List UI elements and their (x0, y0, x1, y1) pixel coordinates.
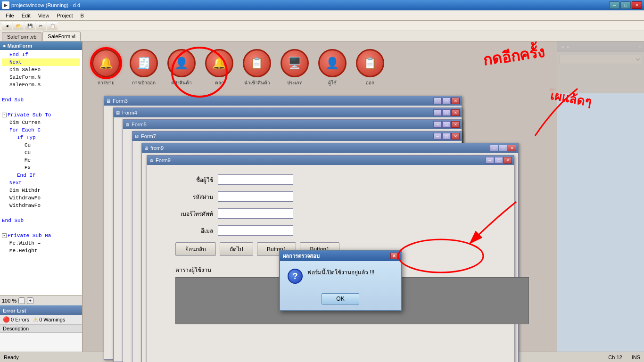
icon-klungsinka: 👤 (167, 49, 196, 77)
tab-saleform-vl[interactable]: SaleForm.vl (42, 32, 81, 41)
icon-kok: 🔔 (205, 49, 233, 77)
toolbar-btn-1[interactable]: ◄ (2, 22, 12, 30)
form7-max[interactable]: □ (442, 133, 451, 140)
code-panel-header: ● MainForm (0, 41, 82, 50)
error-count: 0 Errors (11, 317, 29, 322)
form4-min[interactable]: ─ (433, 109, 442, 116)
menu-bar: File Edit View Project B (0, 10, 644, 21)
icon-prapat: 🖥️ (281, 49, 309, 77)
icon-label-namsinka: นำเข้าสินค้า (244, 79, 270, 86)
toolbar-btn-4[interactable]: ✂ (36, 22, 46, 30)
error-icon: 🔴 (3, 316, 10, 323)
icon-btn-namsinka[interactable]: 📋 นำเข้าสินค้า (243, 49, 271, 86)
menu-project[interactable]: Project (53, 12, 76, 19)
warning-count: 0 Warnings (39, 317, 65, 322)
form3-title: Form3 (113, 98, 128, 104)
maximize-button[interactable]: □ (620, 1, 631, 9)
icon-label-klungsinka: คลังสินค้า (171, 79, 192, 86)
icon-btn-poochai[interactable]: 👤 ผู้ใช้ (318, 49, 347, 86)
form4-max[interactable]: □ (442, 109, 451, 116)
next-keyword: Next (9, 58, 22, 66)
icon-karnberkork: 🧾 (130, 49, 158, 77)
form5-min[interactable]: ─ (433, 121, 442, 128)
right-panel: 🔔 การขาย 🧾 การเบิกออก 👤 คลังสินค้า 🔔 คอก… (83, 41, 644, 362)
icon-btn-prapat[interactable]: 🖥️ ประเภท (281, 49, 309, 86)
form3-min[interactable]: ─ (433, 98, 442, 104)
form3-max[interactable]: □ (442, 98, 451, 104)
toolbar-btn-2[interactable]: 📂 (13, 22, 24, 30)
dialog-titlebar: ผลการตรวจสอบ ✕ (280, 251, 401, 261)
icon-namsinka: 📋 (243, 49, 271, 77)
form4-close[interactable]: ✕ (451, 109, 460, 116)
title-bar: ▶ projectwindow (Running) - d d ─ □ ✕ (0, 0, 644, 10)
minimize-button[interactable]: ─ (609, 1, 619, 9)
warning-icon: ⚠ (33, 316, 38, 323)
code-content: End If Next Dim SaleFo SaleForm.N SaleFo… (0, 50, 82, 255)
form5-title: Form5 (132, 122, 147, 127)
menu-view[interactable]: View (34, 12, 53, 19)
form9-window[interactable]: 🖥 Form9 ─ □ ✕ ชื่อผู้ใช้ (147, 155, 514, 362)
tab-saleform-vb[interactable]: SaleForm.vb (2, 32, 41, 41)
from9-outer-window[interactable]: 🖥 from9 ─ □ ✕ 🖥 Form9 (141, 143, 519, 362)
form5-close[interactable]: ✕ (451, 121, 460, 128)
code-panel: ● MainForm End If Next Dim SaleFo SaleFo… (0, 41, 83, 362)
icon-label-karnkhai: การขาย (98, 79, 115, 86)
icon-btn-klungsinka[interactable]: 👤 คลังสินค้า (167, 49, 196, 86)
dialog-ok-button[interactable]: OK (322, 293, 359, 304)
dialog-content: ? ฟอร์มนี้เปิดใช้งานอยู่แล้ว !!! (280, 261, 401, 289)
title-bar-title: projectwindow (Running) - d d (11, 2, 80, 8)
from9-outer-titlebar: 🖥 from9 ─ □ ✕ (142, 143, 518, 153)
form5-titlebar: 🖥 Form5 ─ □ ✕ (123, 120, 462, 129)
toolbar-btn-5[interactable]: 📋 (47, 22, 58, 30)
form3-close[interactable]: ✕ (451, 98, 460, 104)
icon-label-kok: คอก (215, 79, 224, 86)
zoom-bar: 100 % - + (0, 295, 83, 305)
app-icon: ▶ (2, 1, 9, 9)
icon-btn-karnkhai[interactable]: 🔔 การขาย (92, 49, 120, 86)
form7-titlebar: 🖥 Form7 ─ □ ✕ (132, 132, 462, 141)
from9-outer-max[interactable]: □ (499, 145, 507, 151)
icon-label-poochai: ผู้ใช้ (328, 79, 337, 86)
zoom-increase[interactable]: + (27, 297, 33, 304)
form7-title: Form7 (141, 133, 156, 139)
form7-min[interactable]: ─ (433, 133, 442, 140)
error-list-columns: Description (0, 325, 83, 333)
status-ins: INS (632, 354, 640, 360)
tab-bar: SaleForm.vb SaleForm.vl (0, 31, 644, 41)
icon-label-ork: ออก (366, 79, 374, 86)
icon-btn-karnberkork[interactable]: 🧾 การเบิกออก (130, 49, 158, 86)
menu-b[interactable]: B (77, 12, 88, 19)
zoom-level: 100 % (2, 298, 17, 304)
from9-outer-close[interactable]: ✕ (508, 145, 516, 151)
icon-label-karnberkork: การเบิกออก (132, 79, 156, 86)
from9-outer-title: from9 (150, 145, 164, 151)
form3-titlebar: 🖥 Form3 ─ □ ✕ (104, 96, 462, 106)
annotation-top: กดอีกครั้ง (481, 41, 546, 72)
close-button[interactable]: ✕ (632, 1, 642, 9)
icon-toolbar: 🔔 การขาย 🧾 การเบิกออก 👤 คลังสินค้า 🔔 คอก… (83, 41, 644, 93)
icon-karnkhai: 🔔 (92, 49, 120, 77)
mainform-label: ● MainForm (3, 43, 32, 49)
icon-btn-kok[interactable]: 🔔 คอก (205, 49, 233, 86)
status-ready: Ready (4, 354, 19, 360)
menu-file[interactable]: File (2, 12, 18, 19)
icon-ork: 📋 (356, 49, 384, 77)
menu-edit[interactable]: Edit (18, 12, 34, 19)
icon-btn-ork[interactable]: 📋 ออก (356, 49, 384, 86)
form4-titlebar: 🖥 Form4 ─ □ ✕ (114, 108, 462, 117)
form4-title: Form4 (122, 110, 137, 115)
dialog-overlay: ผลการตรวจสอบ ✕ ? ฟอร์มนี้เปิดใช้งานอยู่แ… (147, 156, 514, 362)
dialog-close-btn[interactable]: ✕ (390, 253, 398, 259)
dialog-footer: OK (280, 289, 401, 310)
form7-close[interactable]: ✕ (451, 133, 460, 140)
icon-poochai: 👤 (318, 49, 347, 77)
dialog-box[interactable]: ผลการตรวจสอบ ✕ ? ฟอร์มนี้เปิดใช้งานอยู่แ… (279, 250, 402, 311)
toolbar-btn-3[interactable]: 💾 (25, 22, 35, 30)
zoom-decrease[interactable]: - (18, 297, 25, 304)
main-layout: ● MainForm End If Next Dim SaleFo SaleFo… (0, 41, 644, 362)
error-list-toolbar: 🔴 0 Errors ⚠ 0 Warnings (0, 315, 83, 325)
from9-outer-min[interactable]: ─ (490, 145, 498, 151)
form5-max[interactable]: □ (442, 121, 451, 128)
dialog-message: ฟอร์มนี้เปิดใช้งานอยู่แล้ว !!! (307, 269, 374, 277)
dialog-title: ผลการตรวจสอบ (283, 252, 320, 260)
